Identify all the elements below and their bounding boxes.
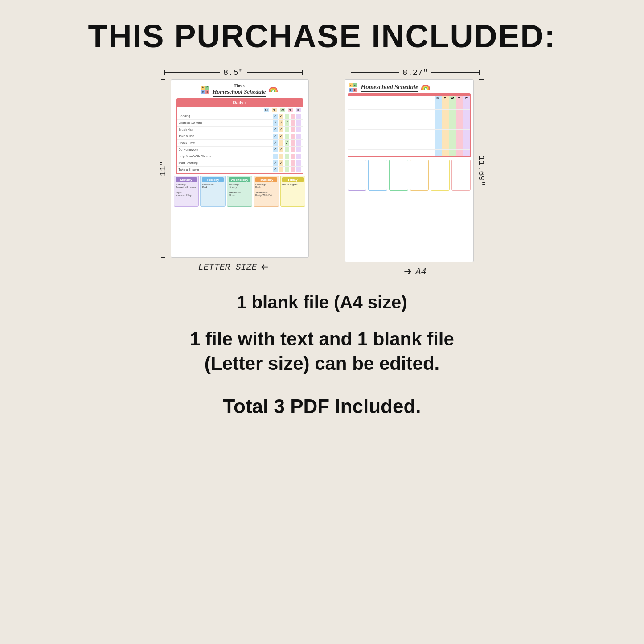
day-box-wednesday: Wednesday Morning:LibraryAfternoon:Mom — [227, 176, 252, 207]
info-block-2: 1 file with text and 1 blank file (Lette… — [190, 327, 454, 376]
page-title: THIS PURCHASE INCLUDED: — [88, 18, 556, 54]
a4-daily-table: M T W T F — [348, 96, 471, 157]
letter-height-dimension: 11" — [158, 79, 168, 258]
info-line-4: Total 3 PDF Included. — [190, 394, 454, 419]
a4-weekly-section — [348, 160, 471, 191]
friday-header: Friday — [282, 177, 304, 182]
letter-daily-table: M T W T F Reading ✓ ✓ — [176, 107, 303, 174]
tuesday-header: Tuesday — [202, 177, 224, 182]
task-row-nap: Take a Nap ✓ ✓ — [177, 133, 303, 140]
letter-doc-with-side: 11" A B C E — [158, 79, 309, 258]
a4-size-label: ➜ A4 — [404, 266, 426, 277]
task-row-ipad: iPad Learning ✓ ✓ — [177, 160, 303, 167]
a4-day-box-3 — [389, 160, 408, 191]
letter-document: A B C E Tim's Homeschool Schedule — [171, 79, 309, 258]
a4-day-box-1 — [348, 160, 367, 191]
info-line-2: 1 file with text and 1 blank file — [190, 327, 454, 352]
a4-daily-section: M T W T F — [348, 93, 471, 157]
col-header-t2: T — [288, 108, 293, 112]
info-block-3: Total 3 PDF Included. — [190, 394, 454, 419]
wednesday-header: Wednesday — [229, 177, 250, 182]
day-box-thursday: Thursday Morning:ParkAfternoon:Party Wit… — [254, 176, 279, 207]
a4-task-row-6 — [348, 136, 470, 143]
a4-document: A B C E Homeschool Schedule — [345, 79, 474, 262]
letter-doc-wrapper: 8.5" 11" — [158, 68, 309, 273]
a4-day-box-5 — [431, 160, 450, 191]
a4-headers-row: M T W T F — [348, 96, 470, 103]
letter-label-text: LETTER SIZE — [198, 262, 257, 272]
tuesday-content: Afternoon:Park — [202, 183, 224, 189]
col-header-t1: T — [272, 108, 277, 112]
a4-rainbow-icon — [421, 83, 431, 92]
task-row-brush: Brush Hair ✓ ✓ — [177, 127, 303, 133]
letter-width-label: 8.5" — [220, 68, 247, 78]
letter-doc-name: Tim's — [213, 83, 266, 88]
a4-task-row-1 — [348, 103, 470, 110]
a4-day-box-4 — [410, 160, 429, 191]
a4-doc-wrapper: 8.27" A B C E Homeschool Schedule — [345, 68, 486, 277]
a4-day-box-2 — [368, 160, 387, 191]
friday-content: Movie Night!! — [282, 183, 304, 186]
letter-weekly-section: Monday Morning:Basketball LessonNight:Ma… — [174, 176, 306, 207]
task-row-chores: Help Mom With Chores — [177, 153, 303, 160]
a4-day-box-6 — [451, 160, 471, 191]
a4-task-row-2 — [348, 110, 470, 116]
info-line-3: (Letter size) can be edited. — [190, 352, 454, 376]
wednesday-content: Morning:LibraryAfternoon:Mom — [229, 183, 250, 197]
letter-daily-section: Daily : M T W T F Reading — [174, 98, 306, 174]
documents-section: 8.5" 11" — [0, 68, 644, 277]
a4-task-row-3 — [348, 116, 470, 123]
monday-header: Monday — [176, 177, 197, 182]
a4-arrow-icon: ➜ — [404, 266, 412, 277]
a4-doc-with-side: A B C E Homeschool Schedule — [345, 79, 486, 262]
task-row-reading: Reading ✓ ✓ — [177, 113, 303, 120]
day-box-friday: Friday Movie Night!! — [280, 176, 306, 207]
a4-task-row-4 — [348, 123, 470, 130]
letter-arrow-icon: ➜ — [261, 261, 269, 273]
col-header-w: W — [280, 108, 285, 112]
info-section: 1 blank file (A4 size) 1 file with text … — [190, 291, 454, 419]
letter-width-dimension: 8.5" — [164, 68, 303, 78]
monday-content: Morning:Basketball LessonNight:Manson Ri… — [176, 183, 197, 197]
a4-doc-header: A B C E Homeschool Schedule — [345, 80, 473, 93]
day-box-monday: Monday Morning:Basketball LessonNight:Ma… — [174, 176, 199, 207]
a4-width-dimension: 8.27" — [351, 68, 480, 78]
letter-height-label: 11" — [158, 158, 168, 179]
letter-day-headers: M T W T F — [177, 107, 303, 113]
abc-blocks-icon: A B C E — [201, 86, 211, 94]
a4-task-row-7 — [348, 143, 470, 150]
letter-doc-title: Homeschool Schedule — [213, 88, 266, 95]
a4-height-dimension: 11.69" — [476, 79, 486, 262]
letter-doc-header: A B C E Tim's Homeschool Schedule — [171, 80, 308, 98]
thursday-content: Morning:ParkAfternoon:Party With Bob — [255, 183, 277, 197]
a4-label-text: A4 — [415, 267, 426, 277]
a4-abc-blocks-icon: A B C E — [349, 83, 358, 92]
col-header-f: F — [296, 108, 301, 112]
task-row-homework: Do Homework ✓ ✓ — [177, 147, 303, 153]
letter-size-label: LETTER SIZE ➜ — [198, 261, 268, 273]
task-row-exercise: Exercise 20 mins ✓ ✓ ✓ — [177, 120, 303, 127]
a4-task-row-8 — [348, 150, 470, 156]
a4-task-row-5 — [348, 130, 470, 136]
col-header-m: M — [264, 108, 269, 112]
a4-height-label: 11.69" — [476, 153, 486, 189]
a4-doc-title: Homeschool Schedule — [361, 84, 418, 91]
day-box-tuesday: Tuesday Afternoon:Park — [200, 176, 226, 207]
task-row-snack: Snack Time ✓ ✓ — [177, 140, 303, 147]
thursday-header: Thursday — [255, 177, 277, 182]
a4-width-label: 8.27" — [399, 68, 431, 78]
task-row-shower: Take a Shower ✓ — [177, 167, 303, 173]
info-line-1: 1 blank file (A4 size) — [190, 291, 454, 314]
rainbow-icon — [268, 86, 278, 94]
letter-daily-header: Daily : — [176, 98, 303, 107]
